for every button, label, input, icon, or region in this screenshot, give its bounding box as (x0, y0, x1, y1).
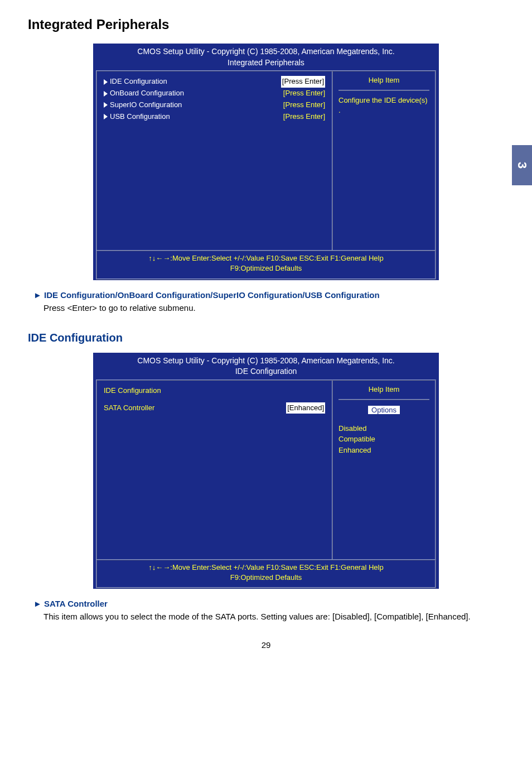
bios-item-superio-configuration[interactable]: SuperIO Configuration [Press Enter] (104, 99, 325, 111)
help-body: Configure the IDE device(s) . (338, 95, 429, 116)
help-title: Help Item (338, 385, 429, 393)
footer-line1: ↑↓←→:Move Enter:Select +/-/:Value F10:Sa… (148, 254, 383, 262)
bios-item-value: [Press Enter] (283, 111, 325, 123)
options-list: Disabled Compatible Enhanced (338, 423, 429, 456)
bios-item-value: [Press Enter] (281, 76, 325, 88)
bios-left-panel: IDE Configuration [Press Enter] OnBoard … (97, 71, 332, 250)
note-body: This item allows you to select the mode … (33, 610, 499, 623)
footer-line1: ↑↓←→:Move Enter:Select +/-/:Value F10:Sa… (148, 563, 383, 572)
bios-item-value: [Press Enter] (283, 99, 325, 111)
bios-help-panel: Help Item Configure the IDE device(s) . (332, 71, 435, 250)
side-tab: 3 (512, 145, 532, 185)
footer-line2: F9:Optimized Defaults (230, 573, 302, 582)
note-heading: ► IDE Configuration/OnBoard Configuratio… (33, 290, 499, 300)
page-title: Integrated Peripherals (28, 17, 504, 32)
bios-help-panel: Help Item Options Disabled Compatible En… (332, 381, 435, 559)
note-sata-controller: ► SATA Controller This item allows you t… (33, 599, 499, 623)
bios-item-value: [Press Enter] (283, 88, 325, 99)
bios-item-sata-controller[interactable]: SATA Controller [Enhanced] (104, 402, 325, 414)
options-label: Options (368, 406, 400, 414)
bios-integrated-peripherals: CMOS Setup Utility - Copyright (C) 1985-… (93, 44, 439, 280)
bios-item-onboard-configuration[interactable]: OnBoard Configuration [Press Enter] (104, 88, 325, 99)
chevron-right-icon (104, 102, 108, 108)
chevron-right-icon (104, 114, 108, 119)
bios-footer: ↑↓←→:Move Enter:Select +/-/:Value F10:Sa… (96, 559, 436, 588)
bios-left-panel: IDE Configuration SATA Controller [Enhan… (97, 381, 332, 559)
section-title-ide: IDE Configuration (28, 332, 504, 344)
chevron-right-icon (104, 91, 108, 97)
footer-line2: F9:Optimized Defaults (230, 264, 302, 272)
option-item: Disabled (338, 423, 429, 434)
bios-title: CMOS Setup Utility - Copyright (C) 1985-… (94, 44, 438, 70)
option-item: Compatible (338, 434, 429, 445)
bios-item-ide-configuration[interactable]: IDE Configuration [Press Enter] (104, 76, 325, 88)
bios-item-usb-configuration[interactable]: USB Configuration [Press Enter] (104, 111, 325, 123)
bios-title-line1: CMOS Setup Utility - Copyright (C) 1985-… (137, 47, 394, 56)
bios-ide-configuration: CMOS Setup Utility - Copyright (C) 1985-… (93, 353, 439, 589)
bios-title-line2: Integrated Peripherals (228, 58, 304, 67)
chevron-right-icon (104, 79, 108, 85)
section-header-ide-config: IDE Configuration (104, 385, 325, 397)
option-item: Enhanced (338, 445, 429, 456)
bios-footer: ↑↓←→:Move Enter:Select +/-/:Value F10:Sa… (96, 250, 436, 279)
bios-title: CMOS Setup Utility - Copyright (C) 1985-… (94, 353, 438, 380)
note-heading: ► SATA Controller (33, 599, 499, 608)
bios-title-line1: CMOS Setup Utility - Copyright (C) 1985-… (137, 356, 394, 365)
note-body: Press <Enter> to go to relative submenu. (33, 301, 499, 315)
bios-item-value: [Enhanced] (286, 402, 325, 414)
note-ide-configuration: ► IDE Configuration/OnBoard Configuratio… (33, 290, 499, 315)
side-tab-text: 3 (515, 162, 529, 169)
help-title: Help Item (338, 76, 429, 84)
page-number: 29 (28, 640, 504, 650)
bios-title-line2: IDE Configuration (235, 367, 297, 376)
